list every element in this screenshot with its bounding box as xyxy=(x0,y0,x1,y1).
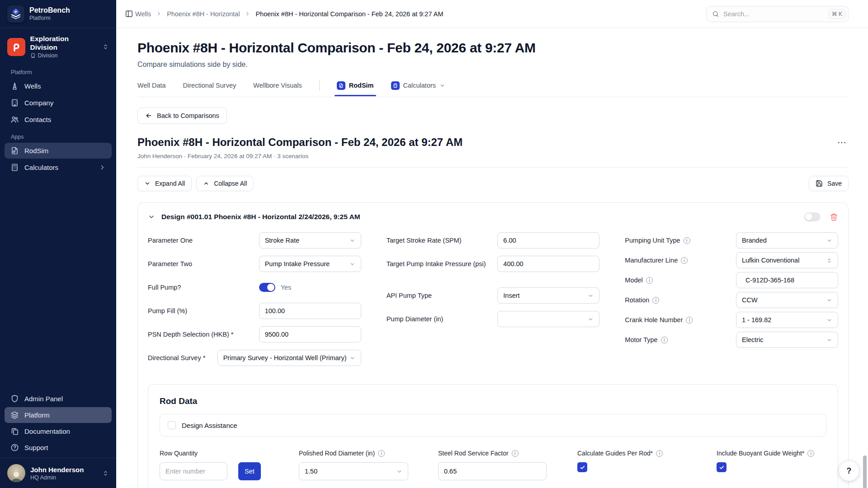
design-assistance-box: Design Assistance xyxy=(160,414,826,436)
sidebar-item-wells[interactable]: Wells xyxy=(5,78,112,94)
field-label: Pumping Unit Type xyxy=(625,237,680,244)
arrow-left-icon xyxy=(145,112,152,119)
sidebar-item-calculators[interactable]: Calculators xyxy=(5,160,112,175)
row-quantity-input[interactable] xyxy=(160,462,227,480)
save-button[interactable]: Save xyxy=(809,176,849,191)
breadcrumb-current: Phoenix #8H - Horizontal Comparison - Fe… xyxy=(255,10,443,18)
user-name: John Henderson xyxy=(30,466,84,474)
chevron-down-icon xyxy=(826,337,832,343)
motor-type-select[interactable]: Electric xyxy=(736,332,838,348)
design-enabled-toggle[interactable] xyxy=(804,212,821,221)
parameter-two-select[interactable]: Pump Intake Pressure xyxy=(259,256,361,272)
sidebar-item-rodsim[interactable]: RodSim xyxy=(5,143,112,159)
tab-wellbore-visuals[interactable]: Wellbore Visuals xyxy=(253,82,302,95)
panel-left-icon[interactable] xyxy=(125,9,133,18)
more-options-button[interactable]: ⋯ xyxy=(835,136,849,149)
chevron-down-icon xyxy=(349,261,355,267)
toolbar: Expand All Collapse All Save xyxy=(137,176,849,191)
buoyant-guide-weight-checkbox[interactable] xyxy=(717,462,726,472)
scrollbar-thumb[interactable] xyxy=(863,455,867,488)
pump-diameter-select[interactable] xyxy=(497,311,599,327)
user-role: HQ Admin xyxy=(30,474,84,481)
expand-all-button[interactable]: Expand All xyxy=(137,176,192,191)
steel-rod-service-factor-input[interactable] xyxy=(438,462,547,480)
target-pump-intake-pressure-input[interactable] xyxy=(497,256,599,272)
user-menu[interactable]: John Henderson HQ Admin xyxy=(0,458,116,488)
chevron-down-icon xyxy=(144,180,151,187)
full-pump-value: Yes xyxy=(281,284,292,291)
tab-calculators[interactable]: Calculators xyxy=(391,81,446,96)
chevron-down-icon xyxy=(396,469,402,474)
sidebar-item-label: Company xyxy=(24,99,53,107)
target-stroke-rate-input[interactable] xyxy=(497,232,599,249)
sidebar-item-label: Contacts xyxy=(24,116,51,123)
api-pump-type-select[interactable]: Insert xyxy=(497,287,599,304)
derrick-icon xyxy=(10,82,19,90)
breadcrumb-well[interactable]: Phoenix #8H - Horizontal xyxy=(167,10,240,18)
sidebar-item-platform[interactable]: Platform xyxy=(5,407,112,423)
calculator-icon xyxy=(10,163,19,172)
calculate-guides-checkbox[interactable] xyxy=(577,462,587,472)
sidebar-spacer xyxy=(0,176,116,390)
tab-rodsim[interactable]: RodSim xyxy=(337,81,374,96)
sidebar-item-documentation[interactable]: Documentation xyxy=(5,423,112,439)
set-button[interactable]: Set xyxy=(238,462,261,480)
avatar xyxy=(7,464,25,482)
collapse-design-chevron-icon[interactable] xyxy=(148,213,155,221)
directional-survey-select[interactable]: Primary Survey - Horizontal Well (Primar… xyxy=(217,350,361,366)
sidebar-item-admin-panel[interactable]: Admin Panel xyxy=(5,391,112,407)
shield-icon xyxy=(10,394,19,403)
trash-icon[interactable] xyxy=(830,213,838,221)
org-switcher[interactable]: Exploration Division Division xyxy=(0,28,116,63)
design-title: Design #001.01 Phoenix #8H - Horizontal … xyxy=(161,213,360,221)
calculators-tab-icon xyxy=(391,81,400,90)
tab-well-data[interactable]: Well Data xyxy=(137,82,166,95)
search-icon xyxy=(712,10,719,18)
sidebar-item-support[interactable]: Support xyxy=(5,440,112,455)
polished-rod-diameter-select[interactable]: 1.50 xyxy=(299,462,408,480)
full-pump-toggle[interactable] xyxy=(259,283,275,292)
search-input[interactable]: Search... ⌘ K xyxy=(706,6,849,22)
collapse-all-button[interactable]: Collapse All xyxy=(196,176,254,191)
sidebar-item-contacts[interactable]: Contacts xyxy=(5,112,112,127)
info-icon: i xyxy=(646,277,653,284)
help-button[interactable]: ? xyxy=(839,460,859,481)
design-assistance-label: Design Assistance xyxy=(182,422,237,429)
breadcrumb-wells[interactable]: Wells xyxy=(135,10,151,18)
pumping-unit-type-select[interactable]: Branded xyxy=(736,232,838,249)
chevrons-up-down-icon xyxy=(102,43,109,50)
field-label: Pump Diameter (in) xyxy=(387,315,443,323)
sidebar-item-label: Wells xyxy=(24,82,41,90)
calculate-guides-label: Calculate Guides Per Rod* xyxy=(577,450,653,457)
field-label: Target Pump Intake Pressure (psi) xyxy=(387,260,486,267)
info-icon: i xyxy=(656,450,663,457)
tab-bar: Well Data Directional Survey Wellbore Vi… xyxy=(137,80,849,97)
sidebar-item-company[interactable]: Company xyxy=(5,95,112,111)
manufacturer-line-select[interactable]: Lufkin Conventional xyxy=(736,252,838,268)
field-label: Parameter One xyxy=(148,237,193,244)
petrobench-logo-icon: P xyxy=(7,5,24,23)
org-type-label: Division xyxy=(38,52,58,59)
rotation-select[interactable]: CCW xyxy=(736,292,838,308)
chevron-down-icon xyxy=(588,293,594,299)
org-logo-icon xyxy=(7,38,25,56)
app-header[interactable]: P PetroBench Platform xyxy=(0,0,116,28)
model-input[interactable] xyxy=(736,272,838,288)
psn-depth-input[interactable] xyxy=(259,326,361,343)
layers-icon xyxy=(10,411,19,419)
back-to-comparisons-button[interactable]: Back to Comparisons xyxy=(137,108,227,124)
crank-hole-number-select[interactable]: 1 - 169.82 xyxy=(736,312,838,328)
steel-rod-service-factor-label: Steel Rod Service Factor xyxy=(438,450,509,457)
tab-directional-survey[interactable]: Directional Survey xyxy=(183,82,236,95)
division-building-icon xyxy=(30,53,36,58)
field-label: Parameter Two xyxy=(148,260,192,267)
pump-fill-input[interactable] xyxy=(259,303,361,319)
building-icon xyxy=(10,99,19,107)
rod-data-heading: Rod Data xyxy=(160,396,826,406)
field-label: Motor Type xyxy=(625,336,657,343)
design-form: Parameter One Stroke Rate Parameter Two … xyxy=(138,230,848,373)
parameter-one-select[interactable]: Stroke Rate xyxy=(259,232,361,249)
sidebar-item-label: Support xyxy=(24,444,48,451)
design-assistance-checkbox[interactable] xyxy=(168,421,176,429)
section-label-platform: Platform xyxy=(0,63,116,78)
